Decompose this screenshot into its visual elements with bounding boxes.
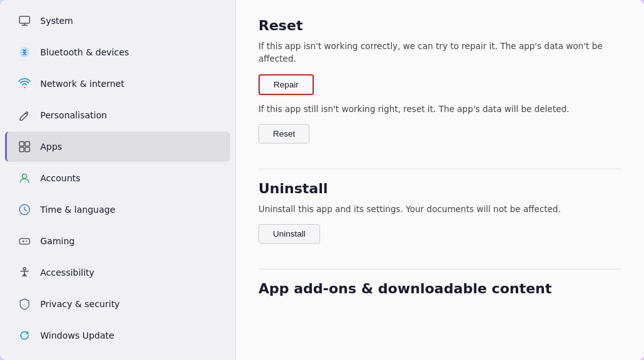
sidebar-label-privacy: Privacy & security	[40, 299, 119, 309]
svg-rect-8	[19, 239, 30, 244]
sidebar-item-network[interactable]: Network & internet	[5, 69, 230, 99]
reset-sub-desc: If this app still isn't working right, r…	[258, 103, 621, 115]
svg-rect-5	[25, 147, 30, 152]
settings-window: System Bluetooth & devices Network & int…	[0, 0, 644, 360]
sidebar-item-gaming[interactable]: Gaming	[5, 226, 230, 256]
sidebar-label-network: Network & internet	[40, 79, 125, 89]
time-icon	[18, 203, 31, 217]
network-icon	[18, 77, 31, 91]
sidebar-label-gaming: Gaming	[40, 236, 75, 246]
apps-icon	[18, 140, 31, 154]
system-icon	[18, 14, 31, 28]
addons-section: App add-ons & downloadable content	[258, 281, 621, 296]
reset-desc: If this app isn't working correctly, we …	[258, 40, 621, 65]
bluetooth-icon	[18, 45, 31, 59]
accessibility-icon	[18, 266, 31, 279]
divider-2	[258, 269, 621, 269]
sidebar-label-personalisation: Personalisation	[40, 110, 107, 120]
sidebar-item-system[interactable]: System	[5, 6, 230, 36]
uninstall-desc: Uninstall this app and its settings. You…	[258, 203, 621, 215]
svg-point-6	[23, 174, 27, 179]
sidebar-label-accessibility: Accessibility	[40, 267, 94, 278]
sidebar-item-update[interactable]: Windows Update	[5, 320, 230, 351]
main-content: Reset If this app isn't working correctl…	[236, 0, 644, 360]
sidebar-label-time: Time & language	[40, 205, 115, 215]
uninstall-button[interactable]: Uninstall	[258, 224, 320, 244]
svg-point-9	[26, 241, 27, 242]
sidebar-label-update: Windows Update	[40, 330, 114, 340]
svg-point-10	[23, 267, 26, 270]
uninstall-section: Uninstall Uninstall this app and its set…	[258, 181, 621, 251]
reset-title: Reset	[258, 18, 621, 33]
gaming-icon	[18, 234, 31, 248]
sidebar-item-apps[interactable]: Apps	[5, 132, 230, 162]
sidebar-label-accounts: Accounts	[40, 173, 80, 183]
sidebar-item-accounts[interactable]: Accounts	[5, 163, 230, 193]
svg-rect-0	[19, 16, 30, 23]
addons-title: App add-ons & downloadable content	[258, 281, 621, 296]
privacy-icon	[18, 297, 31, 311]
svg-rect-4	[19, 147, 24, 152]
uninstall-title: Uninstall	[258, 181, 621, 196]
personalisation-icon	[18, 108, 31, 122]
sidebar-item-bluetooth[interactable]: Bluetooth & devices	[5, 37, 230, 67]
svg-rect-3	[25, 142, 30, 146]
svg-point-1	[19, 47, 30, 57]
repair-button[interactable]: Repair	[258, 74, 314, 95]
reset-section: Reset If this app isn't working correctl…	[258, 18, 621, 151]
reset-button[interactable]: Reset	[258, 124, 309, 143]
sidebar-label-bluetooth: Bluetooth & devices	[40, 47, 129, 57]
sidebar-item-privacy[interactable]: Privacy & security	[5, 289, 230, 319]
sidebar-label-apps: Apps	[40, 142, 62, 152]
sidebar-label-system: System	[40, 16, 73, 26]
sidebar-item-personalisation[interactable]: Personalisation	[5, 100, 230, 130]
sidebar-item-accessibility[interactable]: Accessibility	[5, 257, 230, 288]
sidebar: System Bluetooth & devices Network & int…	[0, 0, 236, 360]
update-icon	[18, 329, 31, 342]
svg-rect-2	[19, 142, 24, 146]
sidebar-item-time[interactable]: Time & language	[5, 194, 230, 225]
accounts-icon	[18, 171, 31, 185]
divider-1	[258, 169, 621, 169]
